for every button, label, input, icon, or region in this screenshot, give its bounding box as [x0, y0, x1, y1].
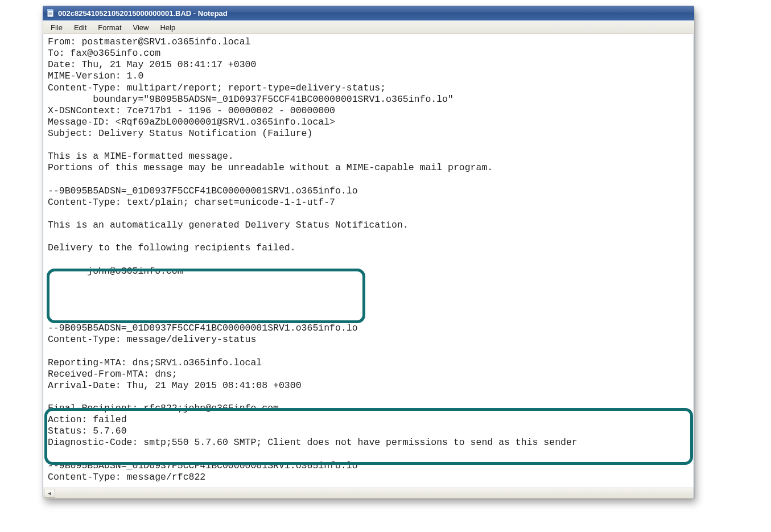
menu-bar: File Edit Format View Help: [43, 20, 694, 34]
notepad-icon: [46, 9, 55, 18]
text-editor[interactable]: From: postmaster@SRV1.o365info.local To:…: [46, 35, 691, 486]
menu-edit[interactable]: Edit: [68, 22, 92, 33]
menu-view[interactable]: View: [127, 22, 155, 33]
title-bar[interactable]: 002c825410521052015000000001.BAD - Notep…: [43, 6, 694, 20]
horizontal-scrollbar[interactable]: ◄: [43, 488, 694, 498]
editor-client-area: From: postmaster@SRV1.o365info.local To:…: [43, 34, 694, 488]
menu-file[interactable]: File: [45, 22, 68, 33]
svg-rect-1: [47, 9, 53, 11]
scroll-left-button[interactable]: ◄: [44, 489, 55, 498]
window-title: 002c825410521052015000000001.BAD - Notep…: [58, 9, 228, 18]
triangle-left-icon: ◄: [47, 490, 52, 496]
menu-format[interactable]: Format: [92, 22, 127, 33]
menu-help[interactable]: Help: [154, 22, 181, 33]
notepad-window: 002c825410521052015000000001.BAD - Notep…: [43, 6, 694, 498]
